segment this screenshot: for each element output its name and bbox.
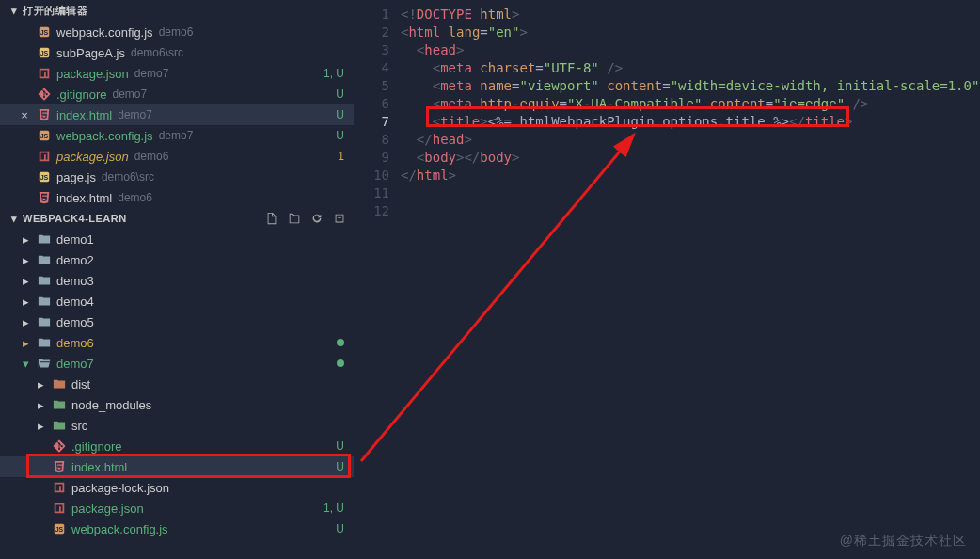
folder-icon [36, 315, 53, 328]
svg-text:JS: JS [40, 174, 49, 181]
item-label: index.html [71, 460, 127, 474]
folder-item[interactable]: ▸demo1 [0, 229, 354, 249]
item-label: webpack.config.js [71, 522, 168, 536]
git-icon [36, 88, 53, 101]
folder-item[interactable]: ▸demo5 [0, 311, 354, 332]
close-icon[interactable]: × [17, 108, 32, 122]
folder-icon [36, 336, 53, 349]
svg-text:JS: JS [40, 29, 49, 36]
file-label: index.html [56, 191, 112, 205]
folder-item[interactable]: ▸demo3 [0, 270, 354, 291]
file-path: demo6 [159, 25, 194, 39]
file-label: .gitignore [56, 88, 106, 102]
open-editor-item[interactable]: package.jsondemo61 [0, 146, 354, 167]
chevron-right-icon: ▸ [17, 295, 34, 309]
js-yellow-icon: JS [36, 46, 53, 59]
git-status: U [336, 88, 344, 101]
item-label: node_modules [71, 398, 151, 412]
explorer-tree: ▸demo1▸demo2▸demo3▸demo4▸demo5▸demo6▾dem… [0, 229, 354, 539]
folder-icon [36, 274, 53, 287]
file-item[interactable]: package.json1, U [0, 498, 354, 519]
open-editor-item[interactable]: JSsubPageA.jsdemo6\src [0, 42, 354, 63]
file-item[interactable]: JSwebpack.config.jsU [0, 519, 354, 539]
explorer-title: WEBPACK4-LEARN [23, 213, 265, 224]
file-path: demo6\src [131, 46, 183, 59]
chevron-down-icon: ▾ [8, 5, 21, 17]
open-editors-header[interactable]: ▾ 打开的编辑器 [0, 0, 354, 22]
svg-text:JS: JS [40, 133, 49, 139]
folder-icon [36, 357, 53, 370]
code-line: <title><%= htmlWebpackPlugin.options.tit… [401, 113, 980, 131]
file-label: package.json [56, 67, 129, 81]
item-label: dist [71, 377, 90, 391]
new-file-icon[interactable] [265, 212, 278, 225]
open-editor-item[interactable]: JSwebpack.config.jsdemo7U [0, 125, 354, 146]
modified-dot [337, 339, 344, 346]
npm-icon [51, 502, 68, 515]
code-content: <!DOCTYPE html><html lang="en"> <head> <… [401, 0, 980, 184]
code-line: <html lang="en"> [401, 24, 980, 41]
watermark: @稀土掘金技术社区 [840, 533, 967, 550]
folder-item[interactable]: ▸demo4 [0, 291, 354, 311]
code-line: <meta name="viewport" content="width=dev… [401, 77, 980, 95]
folder-item[interactable]: ▸src [0, 415, 354, 436]
file-item[interactable]: package-lock.json [0, 477, 354, 498]
html-icon [51, 460, 68, 473]
file-item[interactable]: .gitignoreU [0, 436, 354, 456]
file-label: package.json [56, 150, 129, 164]
folder-icon [36, 232, 53, 246]
file-label: webpack.config.js [56, 25, 153, 40]
collapse-all-icon[interactable] [333, 212, 346, 225]
refresh-icon[interactable] [310, 212, 324, 225]
file-label: index.html [56, 108, 112, 122]
npm-icon [36, 67, 53, 80]
chevron-right-icon: ▸ [32, 377, 49, 391]
chevron-right-icon: ▸ [17, 336, 34, 350]
file-path: demo6\src [102, 170, 154, 184]
folder-item[interactable]: ▾demo7 [0, 353, 354, 374]
item-label: demo5 [56, 315, 94, 329]
item-label: package-lock.json [71, 481, 169, 495]
folder-item[interactable]: ▸demo6 [0, 332, 354, 353]
open-editor-item[interactable]: JSpage.jsdemo6\src [0, 167, 354, 187]
item-label: src [71, 419, 87, 433]
item-label: package.json [71, 502, 144, 516]
file-item[interactable]: index.htmlU [0, 456, 354, 477]
open-editor-item[interactable]: JSwebpack.config.jsdemo6 [0, 22, 354, 42]
file-label: webpack.config.js [56, 129, 153, 143]
folder-icon [36, 295, 53, 308]
explorer-header[interactable]: ▾ WEBPACK4-LEARN [0, 208, 354, 229]
git-status: U [336, 460, 344, 473]
open-editor-item[interactable]: package.jsondemo71, U [0, 63, 354, 84]
chevron-right-icon: ▸ [32, 398, 49, 412]
open-editor-item[interactable]: index.htmldemo6 [0, 187, 354, 208]
folder-item[interactable]: ▸demo2 [0, 249, 354, 270]
item-label: demo3 [56, 274, 94, 288]
code-editor[interactable]: 123456789101112 <!DOCTYPE html><html lan… [354, 0, 980, 559]
svg-text:JS: JS [40, 50, 49, 56]
chevron-right-icon: ▸ [17, 232, 34, 247]
npm-icon [51, 481, 68, 494]
git-status: U [336, 522, 344, 535]
js-orange-icon: JS [36, 129, 53, 142]
html-icon [36, 108, 53, 121]
folder-item[interactable]: ▸dist [0, 374, 354, 394]
file-path: demo6 [134, 150, 169, 163]
chevron-right-icon: ▸ [17, 315, 34, 329]
open-editor-item[interactable]: ×index.htmldemo7U [0, 104, 354, 125]
new-folder-icon[interactable] [288, 212, 301, 225]
chevron-right-icon: ▸ [32, 419, 49, 433]
open-editor-item[interactable]: .gitignoredemo7U [0, 84, 354, 104]
file-path: demo7 [112, 88, 147, 101]
open-editors-list: JSwebpack.config.jsdemo6JSsubPageA.jsdem… [0, 22, 354, 208]
file-path: demo7 [159, 129, 194, 142]
js-orange-icon: JS [36, 25, 53, 39]
open-editors-title: 打开的编辑器 [23, 4, 346, 18]
file-path: demo7 [134, 67, 169, 80]
git-icon [51, 439, 68, 453]
chevron-right-icon: ▸ [17, 274, 34, 288]
code-line: </head> [401, 131, 980, 149]
folder-item[interactable]: ▸node_modules [0, 394, 354, 415]
svg-text:JS: JS [55, 526, 64, 533]
git-status: 1 [338, 150, 344, 163]
